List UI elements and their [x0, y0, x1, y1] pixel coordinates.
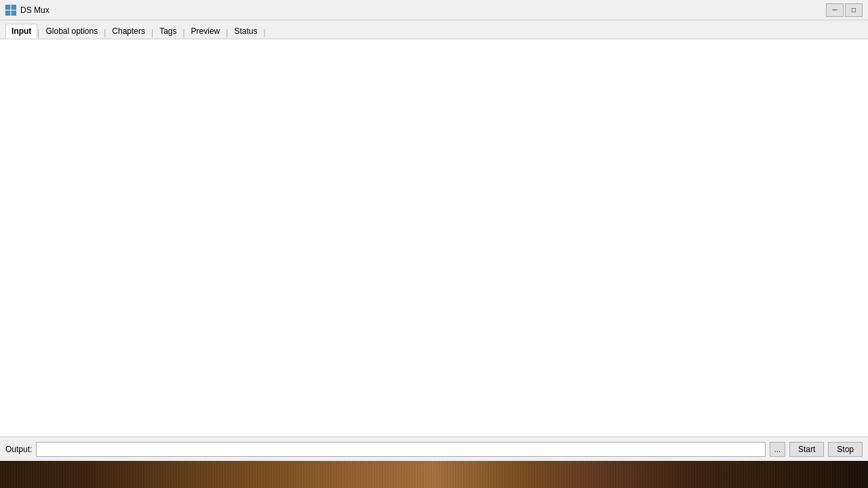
svg-rect-1	[12, 5, 16, 9]
tab-bar: Input | Global options | Chapters | Tags…	[0, 20, 868, 39]
svg-rect-2	[5, 11, 10, 16]
main-content	[0, 39, 868, 436]
maximize-button[interactable]: □	[845, 3, 863, 17]
taskbar	[0, 461, 868, 488]
svg-rect-0	[5, 5, 10, 9]
tab-chapters[interactable]: Chapters	[106, 24, 151, 39]
tab-input[interactable]: Input	[5, 24, 37, 39]
tab-chapters-label: Chapters	[112, 26, 145, 36]
tab-global-options-label: Global options	[45, 26, 98, 36]
tab-preview-label: Preview	[191, 26, 220, 36]
minimize-button[interactable]: ─	[826, 3, 844, 17]
bottom-bar: Output: ... Start Stop	[0, 436, 868, 461]
app-icon	[5, 5, 16, 16]
output-input[interactable]	[36, 442, 765, 457]
title-bar: DS Mux ─ □	[0, 0, 868, 20]
svg-rect-3	[12, 11, 16, 16]
tab-preview[interactable]: Preview	[185, 24, 226, 39]
start-button[interactable]: Start	[789, 442, 824, 457]
taskbar-overlay	[0, 461, 868, 488]
tab-tags-label: Tags	[159, 26, 176, 36]
tab-status-label: Status	[234, 26, 257, 36]
title-left: DS Mux	[5, 5, 50, 16]
title-controls: ─ □	[826, 3, 863, 17]
tab-tags[interactable]: Tags	[153, 24, 182, 39]
stop-button[interactable]: Stop	[828, 442, 863, 457]
tab-global-options[interactable]: Global options	[39, 24, 104, 39]
output-label: Output:	[5, 445, 32, 454]
tab-input-label: Input	[12, 26, 31, 36]
tab-status[interactable]: Status	[228, 24, 263, 39]
app-title: DS Mux	[20, 5, 50, 15]
tab-sep-6: |	[263, 28, 265, 39]
browse-button[interactable]: ...	[770, 442, 785, 457]
